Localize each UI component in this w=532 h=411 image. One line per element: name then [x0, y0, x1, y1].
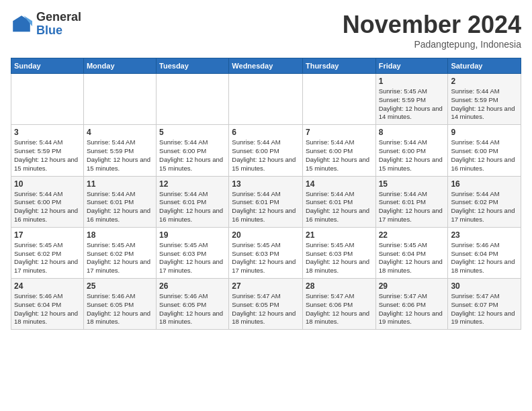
calendar-cell: 16Sunrise: 5:44 AM Sunset: 6:02 PM Dayli… [448, 176, 521, 227]
day-info: Sunrise: 5:45 AM Sunset: 5:59 PM Dayligh… [379, 87, 445, 122]
day-info: Sunrise: 5:44 AM Sunset: 6:02 PM Dayligh… [451, 190, 518, 224]
calendar-cell: 30Sunrise: 5:47 AM Sunset: 6:07 PM Dayli… [448, 279, 521, 330]
location-subtitle: Padangtepung, Indonesia [343, 39, 521, 50]
day-info: Sunrise: 5:44 AM Sunset: 6:01 PM Dayligh… [159, 190, 226, 224]
calendar-cell: 15Sunrise: 5:44 AM Sunset: 6:01 PM Dayli… [375, 176, 448, 227]
day-info: Sunrise: 5:44 AM Sunset: 6:00 PM Dayligh… [159, 138, 226, 173]
day-number: 12 [159, 179, 226, 189]
day-info: Sunrise: 5:45 AM Sunset: 6:03 PM Dayligh… [232, 241, 300, 275]
day-info: Sunrise: 5:46 AM Sunset: 6:04 PM Dayligh… [14, 292, 81, 326]
day-number: 20 [232, 230, 300, 240]
calendar-header-row: SundayMondayTuesdayWednesdayThursdayFrid… [11, 58, 521, 74]
calendar-cell: 12Sunrise: 5:44 AM Sunset: 6:01 PM Dayli… [157, 176, 229, 227]
day-info: Sunrise: 5:44 AM Sunset: 5:59 PM Dayligh… [87, 138, 153, 173]
day-number: 15 [379, 179, 445, 189]
day-number: 22 [379, 230, 445, 240]
day-info: Sunrise: 5:44 AM Sunset: 6:01 PM Dayligh… [87, 190, 153, 224]
day-number: 6 [232, 128, 300, 137]
title-section: November 2024 Padangtepung, Indonesia [343, 11, 521, 50]
col-header-wednesday: Wednesday [229, 58, 303, 74]
day-info: Sunrise: 5:45 AM Sunset: 6:02 PM Dayligh… [14, 241, 81, 275]
day-number: 2 [451, 77, 518, 86]
calendar-cell [302, 74, 375, 125]
calendar-cell: 7Sunrise: 5:44 AM Sunset: 6:00 PM Daylig… [302, 125, 375, 176]
calendar-cell: 14Sunrise: 5:44 AM Sunset: 6:01 PM Dayli… [302, 176, 375, 227]
day-info: Sunrise: 5:45 AM Sunset: 6:04 PM Dayligh… [379, 241, 445, 275]
page-header: General Blue November 2024 Padangtepung,… [11, 11, 521, 50]
day-number: 23 [451, 230, 518, 240]
logo-general: General [36, 11, 81, 24]
calendar-table: SundayMondayTuesdayWednesdayThursdayFrid… [11, 58, 521, 330]
calendar-cell: 22Sunrise: 5:45 AM Sunset: 6:04 PM Dayli… [375, 227, 448, 278]
calendar-cell [83, 74, 156, 125]
day-number: 30 [451, 281, 518, 291]
day-number: 7 [306, 128, 373, 137]
day-info: Sunrise: 5:47 AM Sunset: 6:07 PM Dayligh… [451, 292, 518, 326]
month-title: November 2024 [343, 11, 521, 39]
day-number: 11 [87, 179, 153, 189]
day-info: Sunrise: 5:44 AM Sunset: 6:00 PM Dayligh… [14, 190, 81, 224]
calendar-cell: 18Sunrise: 5:45 AM Sunset: 6:02 PM Dayli… [83, 227, 156, 278]
day-number: 10 [14, 179, 81, 189]
logo-icon [11, 13, 32, 35]
calendar-cell: 25Sunrise: 5:46 AM Sunset: 6:05 PM Dayli… [83, 279, 156, 330]
col-header-thursday: Thursday [302, 58, 375, 74]
col-header-saturday: Saturday [448, 58, 521, 74]
day-number: 24 [14, 281, 81, 291]
day-info: Sunrise: 5:47 AM Sunset: 6:06 PM Dayligh… [306, 292, 373, 326]
calendar-cell: 21Sunrise: 5:45 AM Sunset: 6:03 PM Dayli… [302, 227, 375, 278]
day-info: Sunrise: 5:44 AM Sunset: 6:00 PM Dayligh… [306, 138, 373, 173]
calendar-cell: 9Sunrise: 5:44 AM Sunset: 6:00 PM Daylig… [448, 125, 521, 176]
day-number: 5 [159, 128, 226, 137]
day-info: Sunrise: 5:44 AM Sunset: 6:00 PM Dayligh… [451, 138, 518, 173]
day-info: Sunrise: 5:44 AM Sunset: 6:01 PM Dayligh… [379, 190, 445, 224]
day-number: 26 [159, 281, 226, 291]
day-info: Sunrise: 5:47 AM Sunset: 6:05 PM Dayligh… [232, 292, 300, 326]
calendar-cell: 1Sunrise: 5:45 AM Sunset: 5:59 PM Daylig… [375, 74, 448, 125]
day-number: 8 [379, 128, 445, 137]
day-info: Sunrise: 5:47 AM Sunset: 6:06 PM Dayligh… [379, 292, 445, 326]
calendar-cell: 28Sunrise: 5:47 AM Sunset: 6:06 PM Dayli… [302, 279, 375, 330]
logo: General Blue [11, 11, 81, 38]
calendar-week-1: 1Sunrise: 5:45 AM Sunset: 5:59 PM Daylig… [11, 74, 521, 125]
day-number: 18 [87, 230, 153, 240]
day-info: Sunrise: 5:46 AM Sunset: 6:05 PM Dayligh… [159, 292, 226, 326]
calendar-cell: 5Sunrise: 5:44 AM Sunset: 6:00 PM Daylig… [157, 125, 229, 176]
day-number: 13 [232, 179, 300, 189]
calendar-cell: 6Sunrise: 5:44 AM Sunset: 6:00 PM Daylig… [229, 125, 303, 176]
calendar-cell: 24Sunrise: 5:46 AM Sunset: 6:04 PM Dayli… [11, 279, 84, 330]
day-number: 27 [232, 281, 300, 291]
day-info: Sunrise: 5:46 AM Sunset: 6:04 PM Dayligh… [451, 241, 518, 275]
calendar-cell: 8Sunrise: 5:44 AM Sunset: 6:00 PM Daylig… [375, 125, 448, 176]
col-header-tuesday: Tuesday [157, 58, 229, 74]
calendar-cell: 19Sunrise: 5:45 AM Sunset: 6:03 PM Dayli… [157, 227, 229, 278]
day-number: 3 [14, 128, 81, 137]
calendar-week-5: 24Sunrise: 5:46 AM Sunset: 6:04 PM Dayli… [11, 279, 521, 330]
day-number: 19 [159, 230, 226, 240]
day-info: Sunrise: 5:45 AM Sunset: 6:03 PM Dayligh… [306, 241, 373, 275]
calendar-cell: 10Sunrise: 5:44 AM Sunset: 6:00 PM Dayli… [11, 176, 84, 227]
logo-blue: Blue [36, 24, 81, 38]
day-number: 14 [306, 179, 373, 189]
calendar-cell: 29Sunrise: 5:47 AM Sunset: 6:06 PM Dayli… [375, 279, 448, 330]
calendar-week-4: 17Sunrise: 5:45 AM Sunset: 6:02 PM Dayli… [11, 227, 521, 278]
col-header-monday: Monday [83, 58, 156, 74]
day-info: Sunrise: 5:44 AM Sunset: 5:59 PM Dayligh… [14, 138, 81, 173]
day-number: 9 [451, 128, 518, 137]
calendar-cell: 3Sunrise: 5:44 AM Sunset: 5:59 PM Daylig… [11, 125, 84, 176]
calendar-cell: 17Sunrise: 5:45 AM Sunset: 6:02 PM Dayli… [11, 227, 84, 278]
col-header-sunday: Sunday [11, 58, 84, 74]
day-number: 17 [14, 230, 81, 240]
calendar-cell: 11Sunrise: 5:44 AM Sunset: 6:01 PM Dayli… [83, 176, 156, 227]
logo-text: General Blue [36, 11, 81, 38]
day-number: 4 [87, 128, 153, 137]
day-info: Sunrise: 5:44 AM Sunset: 6:01 PM Dayligh… [232, 190, 300, 224]
calendar-cell [157, 74, 229, 125]
day-number: 29 [379, 281, 445, 291]
day-info: Sunrise: 5:45 AM Sunset: 6:02 PM Dayligh… [87, 241, 153, 275]
day-info: Sunrise: 5:44 AM Sunset: 5:59 PM Dayligh… [451, 87, 518, 122]
calendar-cell: 20Sunrise: 5:45 AM Sunset: 6:03 PM Dayli… [229, 227, 303, 278]
calendar-cell: 27Sunrise: 5:47 AM Sunset: 6:05 PM Dayli… [229, 279, 303, 330]
day-info: Sunrise: 5:46 AM Sunset: 6:05 PM Dayligh… [87, 292, 153, 326]
calendar-cell: 23Sunrise: 5:46 AM Sunset: 6:04 PM Dayli… [448, 227, 521, 278]
